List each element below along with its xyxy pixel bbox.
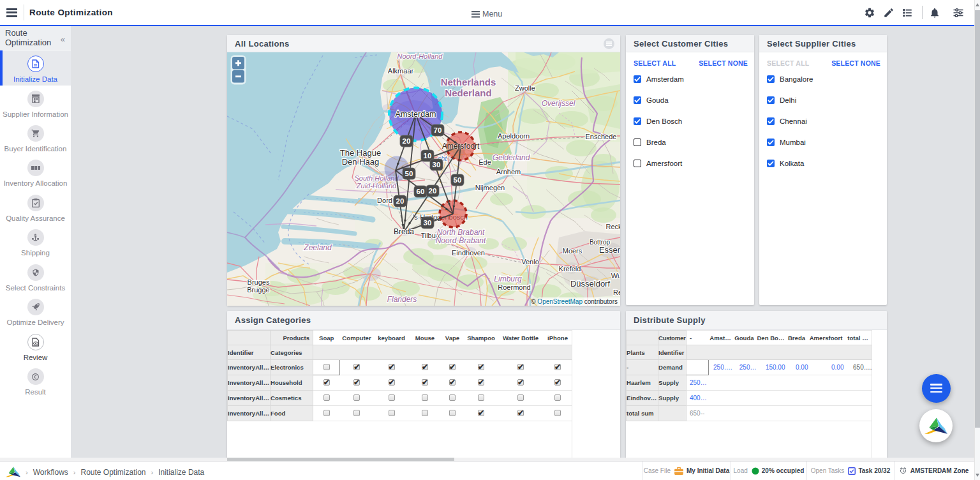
svg-text:Zeeland: Zeeland <box>303 243 332 252</box>
svg-text:Ede: Ede <box>479 158 491 166</box>
svg-text:Alkmaar: Alkmaar <box>388 67 414 75</box>
svg-text:Wu: Wu <box>611 272 620 280</box>
svg-text:Reck: Reck <box>605 223 620 230</box>
svg-text:Nederland: Nederland <box>445 87 491 98</box>
svg-text:Den Haag: Den Haag <box>342 157 380 167</box>
svg-text:North Brabant: North Brabant <box>437 228 485 237</box>
svg-text:Amersfoort: Amersfoort <box>442 142 480 151</box>
svg-text:Flanders: Flanders <box>387 295 417 304</box>
svg-text:70: 70 <box>434 126 442 134</box>
svg-text:Arnhem: Arnhem <box>496 168 521 176</box>
svg-text:Overijssel: Overijssel <box>542 99 575 108</box>
svg-text:20: 20 <box>403 137 411 145</box>
svg-text:Venlo: Venlo <box>521 258 539 266</box>
svg-text:Bottrop: Bottrop <box>590 239 611 246</box>
svg-text:Zuid-Holland: Zuid-Holland <box>356 182 397 190</box>
svg-text:Limburg: Limburg <box>494 274 522 283</box>
svg-text:Eindhoven: Eindhoven <box>452 249 485 257</box>
svg-text:Re: Re <box>613 289 620 296</box>
svg-text:Netherlands: Netherlands <box>441 77 496 87</box>
svg-text:Moers: Moers <box>563 247 583 255</box>
svg-text:20: 20 <box>396 197 405 205</box>
svg-text:Enschede: Enschede <box>586 133 617 140</box>
svg-text:Noord-Holland: Noord-Holland <box>397 52 443 60</box>
svg-text:Zwolle: Zwolle <box>515 84 535 92</box>
svg-text:Roermond: Roermond <box>498 283 530 291</box>
svg-text:Nijmegen: Nijmegen <box>475 184 505 191</box>
svg-text:50: 50 <box>405 170 413 177</box>
svg-text:10: 10 <box>424 152 432 160</box>
svg-text:Essen: Essen <box>599 245 620 255</box>
svg-text:Brugge: Brugge <box>247 286 269 294</box>
svg-text:30: 30 <box>424 219 432 227</box>
svg-text:Bruges: Bruges <box>248 278 270 286</box>
svg-text:50: 50 <box>454 176 462 184</box>
svg-text:© OpenStreetMap contributors: © OpenStreetMap contributors <box>531 298 618 305</box>
svg-text:Apeldoorn: Apeldoorn <box>498 132 530 140</box>
svg-text:Düsseldorf: Düsseldorf <box>570 279 611 289</box>
svg-text:Dord: Dord <box>377 197 392 204</box>
svg-text:Gelderland: Gelderland <box>493 153 530 162</box>
svg-text:The Hague: The Hague <box>340 148 381 158</box>
svg-text:30: 30 <box>433 161 441 169</box>
svg-text:60: 60 <box>417 188 425 195</box>
svg-text:Krefeld: Krefeld <box>559 265 581 273</box>
svg-text:20: 20 <box>429 187 437 195</box>
svg-text:Amsterdam: Amsterdam <box>396 110 436 119</box>
svg-text:Breda: Breda <box>394 227 414 236</box>
svg-text:Noord-Brabant: Noord-Brabant <box>436 236 486 245</box>
